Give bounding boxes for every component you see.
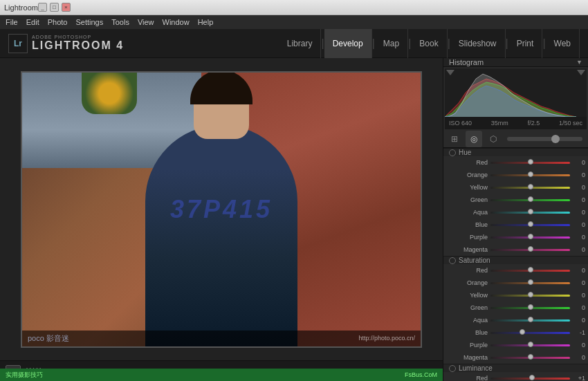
sat-aqua-label: Aqua bbox=[454, 317, 488, 324]
sat-blue-value: -1 bbox=[573, 329, 585, 336]
hue-aqua-label: Aqua bbox=[454, 209, 488, 216]
sat-green-label: Green bbox=[454, 304, 488, 311]
sat-purple-row: Purple 0 bbox=[443, 339, 588, 351]
hue-orange-track[interactable] bbox=[490, 174, 570, 176]
crop-tool-icon[interactable]: ⊞ bbox=[446, 131, 463, 147]
sat-yellow-track[interactable] bbox=[490, 295, 570, 297]
hue-green-track[interactable] bbox=[490, 199, 570, 201]
saturation-toggle[interactable] bbox=[449, 257, 456, 264]
nav-library[interactable]: Library bbox=[279, 29, 322, 58]
hue-purple-thumb bbox=[528, 234, 533, 239]
histogram-canvas bbox=[445, 68, 587, 117]
nav-map[interactable]: Map bbox=[375, 29, 408, 58]
hue-aqua-track[interactable] bbox=[490, 212, 570, 214]
sat-magenta-row: Magenta 0 bbox=[443, 351, 588, 364]
photo-frame: 37P415 poco 影音迷 http://photo.poco.cn/ bbox=[21, 71, 422, 348]
sat-yellow-thumb bbox=[528, 292, 533, 297]
sat-orange-thumb bbox=[528, 279, 533, 285]
status-left: 实用摄影技巧 bbox=[6, 371, 43, 380]
sat-purple-thumb bbox=[528, 342, 533, 347]
hue-magenta-value: 0 bbox=[573, 246, 585, 253]
sat-magenta-value: 0 bbox=[573, 354, 585, 361]
hue-magenta-thumb bbox=[528, 246, 533, 252]
menu-file[interactable]: File bbox=[6, 18, 18, 26]
sat-aqua-row: Aqua 0 bbox=[443, 314, 588, 326]
sat-aqua-track[interactable] bbox=[490, 319, 570, 322]
histogram-panel: ISO 640 35mm f/2.5 1/50 sec bbox=[445, 68, 587, 129]
sat-yellow-row: Yellow 0 bbox=[443, 289, 588, 301]
saturation-sliders: Red 0 Orange 0 Yellow bbox=[443, 264, 588, 364]
menu-view[interactable]: View bbox=[138, 18, 154, 26]
histogram-header[interactable]: Histogram ▼ bbox=[443, 58, 588, 67]
hue-green-value: 0 bbox=[573, 196, 585, 203]
hue-red-track[interactable] bbox=[490, 162, 570, 164]
sat-red-thumb bbox=[528, 267, 533, 272]
retouch-tool-icon[interactable]: ⬡ bbox=[485, 131, 502, 147]
lum-red-track[interactable] bbox=[490, 378, 570, 380]
nav-slideshow[interactable]: Slideshow bbox=[450, 29, 506, 58]
hue-toggle[interactable] bbox=[449, 149, 456, 156]
sat-red-track[interactable] bbox=[490, 270, 570, 272]
exposure-right-icon bbox=[577, 70, 585, 75]
hue-magenta-track[interactable] bbox=[490, 249, 570, 251]
hue-yellow-track[interactable] bbox=[490, 187, 570, 189]
hue-magenta-label: Magenta bbox=[454, 246, 488, 253]
hue-red-value: 0 bbox=[573, 159, 585, 166]
hue-section-label: Hue bbox=[443, 148, 588, 156]
sat-blue-label: Blue bbox=[454, 329, 488, 336]
photo-person bbox=[145, 125, 297, 346]
sat-green-track[interactable] bbox=[490, 307, 570, 309]
tool-slider[interactable] bbox=[507, 137, 582, 141]
luminance-toggle[interactable] bbox=[449, 365, 456, 372]
hue-green-label: Green bbox=[454, 196, 488, 203]
menu-window[interactable]: Window bbox=[163, 18, 190, 26]
titlebar: Lightroom _ □ × bbox=[0, 0, 588, 15]
aperture-label: f/2.5 bbox=[528, 120, 540, 127]
hue-blue-track[interactable] bbox=[490, 224, 570, 226]
sat-blue-row: Blue -1 bbox=[443, 326, 588, 339]
sat-purple-label: Purple bbox=[454, 342, 488, 349]
hue-sliders: Red 0 Orange 0 Yellow bbox=[443, 156, 588, 256]
menu-settings[interactable]: Settings bbox=[75, 18, 103, 26]
sat-aqua-value: 0 bbox=[573, 317, 585, 324]
menu-photo[interactable]: Photo bbox=[48, 18, 68, 26]
sat-purple-track[interactable] bbox=[490, 344, 570, 346]
hue-green-row: Green 0 bbox=[443, 194, 588, 206]
lum-red-value: +1 bbox=[573, 375, 585, 381]
photo-container: 37P415 poco 影音迷 http://photo.poco.cn/ bbox=[0, 58, 443, 360]
hue-magenta-row: Magenta 0 bbox=[443, 243, 588, 256]
hue-blue-value: 0 bbox=[573, 221, 585, 228]
sat-magenta-track[interactable] bbox=[490, 357, 570, 359]
sat-blue-track[interactable] bbox=[490, 332, 570, 334]
histogram-label: Histogram bbox=[449, 58, 484, 66]
hue-purple-label: Purple bbox=[454, 234, 488, 241]
sat-magenta-label: Magenta bbox=[454, 354, 488, 361]
status-bar: 实用摄影技巧 FsBus.CoM bbox=[0, 369, 443, 381]
menu-help[interactable]: Help bbox=[198, 18, 214, 26]
nav-print[interactable]: Print bbox=[508, 29, 543, 58]
histogram-svg bbox=[445, 68, 587, 117]
hue-aqua-row: Aqua 0 bbox=[443, 206, 588, 219]
circle-tool-icon[interactable]: ◎ bbox=[466, 131, 482, 147]
nav-web[interactable]: Web bbox=[546, 29, 580, 58]
close-button[interactable]: × bbox=[62, 3, 71, 12]
sat-aqua-thumb bbox=[528, 317, 533, 322]
menu-tools[interactable]: Tools bbox=[111, 18, 129, 26]
menu-edit[interactable]: Edit bbox=[26, 18, 39, 26]
photo-area: 37P415 poco 影音迷 http://photo.poco.cn/ ⊞ … bbox=[0, 58, 443, 381]
nav-develop[interactable]: Develop bbox=[324, 29, 372, 58]
luminance-section-label: Luminance bbox=[443, 364, 588, 372]
logo: Lr ADOBE PHOTOSHOP LIGHTROOM 4 bbox=[8, 34, 124, 53]
hue-yellow-label: Yellow bbox=[454, 184, 488, 191]
poco-label: poco 影音迷 bbox=[28, 333, 69, 344]
sat-orange-track[interactable] bbox=[490, 282, 570, 284]
luminance-label: Luminance bbox=[459, 364, 493, 372]
minimize-button[interactable]: _ bbox=[38, 3, 47, 12]
maximize-button[interactable]: □ bbox=[50, 3, 59, 12]
hue-yellow-row: Yellow 0 bbox=[443, 181, 588, 194]
hue-blue-row: Blue 0 bbox=[443, 219, 588, 231]
bottom-watermark: poco 影音迷 http://photo.poco.cn/ bbox=[22, 331, 421, 346]
hue-blue-label: Blue bbox=[454, 221, 488, 228]
hue-purple-track[interactable] bbox=[490, 236, 570, 239]
nav-book[interactable]: Book bbox=[411, 29, 447, 58]
